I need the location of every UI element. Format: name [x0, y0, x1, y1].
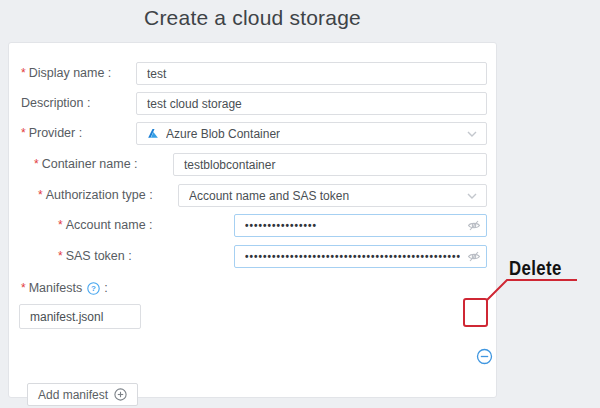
manifest-filename-input[interactable] [19, 304, 141, 329]
required-marker: * [21, 281, 26, 295]
sas-token-input[interactable] [234, 245, 487, 268]
provider-select[interactable]: Azure Blob Container [136, 122, 487, 145]
authorization-type-label: *Authorization type : [38, 184, 153, 207]
plus-circle-icon [114, 388, 127, 401]
create-cloud-storage-page: Create a cloud storage *Display name : D… [0, 0, 600, 408]
description-label: Description : [21, 92, 90, 115]
chevron-down-icon [467, 131, 477, 138]
display-name-label: *Display name : [21, 62, 111, 85]
eye-slash-icon[interactable] [467, 219, 481, 232]
required-marker: * [58, 249, 63, 263]
svg-text:?: ? [91, 284, 96, 293]
chevron-down-icon [467, 193, 477, 200]
required-marker: * [38, 188, 43, 202]
authorization-type-selected-value: Account name and SAS token [189, 189, 349, 203]
eye-slash-icon[interactable] [467, 250, 481, 263]
required-marker: * [58, 218, 63, 232]
container-name-input[interactable] [173, 153, 487, 176]
required-marker: * [21, 126, 26, 140]
azure-icon [147, 128, 159, 140]
question-circle-icon[interactable]: ? [87, 282, 100, 295]
add-manifest-button[interactable]: Add manifest [27, 383, 138, 406]
container-name-label: *Container name : [34, 153, 138, 176]
sas-token-label: *SAS token : [58, 245, 132, 268]
provider-label: *Provider : [21, 122, 82, 145]
minus-circle-icon[interactable] [476, 348, 493, 365]
cloud-storage-form: *Display name : Description : *Provider … [8, 42, 497, 398]
required-marker: * [21, 66, 26, 80]
required-marker: * [34, 157, 39, 171]
provider-selected-value: Azure Blob Container [166, 127, 280, 141]
page-title: Create a cloud storage [8, 6, 497, 30]
description-input[interactable] [136, 92, 487, 115]
account-name-input[interactable] [234, 214, 487, 237]
authorization-type-select[interactable]: Account name and SAS token [178, 184, 487, 207]
display-name-input[interactable] [136, 62, 487, 85]
account-name-label: *Account name : [58, 214, 153, 237]
delete-annotation-label: Delete [509, 256, 562, 280]
manifests-label: * Manifests ? : [21, 281, 108, 295]
